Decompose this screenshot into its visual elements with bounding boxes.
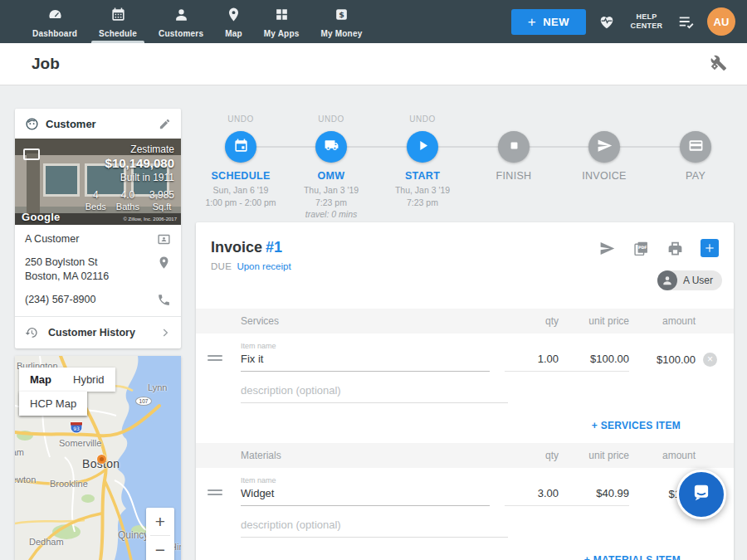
schedule-step-button[interactable]	[225, 131, 256, 163]
materials-section-header: Materials qty unit price amount	[196, 443, 734, 468]
job-location-marker[interactable]	[97, 455, 106, 464]
map-type-hybrid-button[interactable]: Hybrid	[62, 368, 115, 392]
service-description-input[interactable]	[241, 384, 508, 403]
finish-step-button[interactable]	[498, 131, 530, 163]
nav-item-schedule[interactable]: Schedule	[88, 0, 148, 43]
property-photo[interactable]: Zestimate $10,149,080 Built in 1911 4Bed…	[15, 139, 181, 225]
invoice-number[interactable]: #1	[266, 239, 282, 256]
customer-history-row[interactable]: Customer History	[15, 316, 181, 348]
add-materials-item-link[interactable]: + MATERIALS ITEM	[584, 554, 681, 560]
service-item-name-input[interactable]	[241, 353, 490, 372]
step-label: SCHEDULE	[193, 170, 289, 182]
invoice-step-button[interactable]	[588, 131, 620, 163]
person-icon	[173, 7, 189, 26]
map-label-lynn: Lynn	[148, 382, 167, 392]
send-invoice-icon[interactable]	[598, 240, 616, 257]
nav-item-dashboard[interactable]: Dashboard	[22, 0, 88, 43]
due-value-link[interactable]: Upon receipt	[237, 261, 290, 271]
phone-icon[interactable]	[157, 293, 171, 307]
edit-pencil-icon[interactable]	[159, 118, 171, 130]
step-label: START	[374, 170, 471, 182]
user-avatar[interactable]: AU	[707, 7, 735, 36]
map-type-hcp-button[interactable]: HCP Map	[19, 392, 87, 416]
add-services-item-link[interactable]: + SERVICES ITEM	[592, 420, 681, 431]
material-unit-price-input[interactable]	[559, 487, 629, 506]
customer-name: A Customer	[25, 232, 79, 246]
assignee-chip[interactable]: A User	[657, 270, 722, 290]
map-type-map-button[interactable]: Map	[19, 368, 62, 392]
remove-item-icon[interactable]: ×	[703, 353, 717, 367]
nav-item-my-apps[interactable]: My Apps	[253, 0, 310, 43]
pdf-icon[interactable]: PDF	[632, 240, 650, 257]
invoice-due-line: DUE Upon receipt	[211, 261, 719, 271]
page-header: Job	[0, 43, 747, 85]
undo-spacer	[556, 114, 652, 126]
zestimate-label: Zestimate	[105, 144, 174, 155]
calendar-icon	[110, 7, 126, 26]
customer-name-row: A Customer	[15, 225, 181, 248]
nav-item-label: Dashboard	[32, 29, 77, 38]
send-icon	[597, 138, 613, 157]
start-step-button[interactable]	[407, 131, 438, 163]
heart-pulse-icon[interactable]	[598, 12, 616, 31]
nav-items: Dashboard Schedule Customers Map My Apps…	[0, 0, 373, 43]
section-name: Services	[241, 315, 505, 327]
zoom-in-button[interactable]: +	[146, 508, 174, 535]
customer-card-header: Customer	[15, 109, 181, 139]
service-qty-input[interactable]	[505, 353, 559, 372]
chat-bubble-button[interactable]	[676, 470, 726, 519]
drag-handle-icon[interactable]	[208, 487, 222, 498]
nav-right: +NEW HELP CENTER AU	[511, 0, 747, 43]
map-type-buttons: Map Hybrid HCP Map	[19, 368, 115, 416]
unit-price-column-header: unit price	[559, 450, 629, 461]
built-year: Built in 1911	[105, 172, 174, 183]
step-start: UNDO START Thu, Jan 3 '197:23 pm	[374, 114, 471, 208]
customer-card-title: Customer	[46, 118, 96, 130]
dollar-icon: $	[334, 7, 349, 26]
zillow-copyright: © Zillow, Inc. 2006-2017	[124, 217, 177, 222]
nav-item-label: Customers	[159, 29, 203, 38]
assignee-avatar-icon	[657, 270, 677, 290]
location-pin-icon[interactable]	[157, 256, 171, 270]
job-tools-icon[interactable]	[710, 54, 727, 75]
qty-column-header: qty	[505, 450, 559, 461]
step-schedule: UNDO SCHEDULE Sun, Jan 6 '191:00 pm - 2:…	[193, 114, 289, 208]
step-label: INVOICE	[556, 170, 652, 182]
customer-address: 250 Boylston StBoston, MA 02116	[25, 256, 109, 284]
undo-omw-link[interactable]: UNDO	[283, 114, 379, 126]
drag-handle-icon[interactable]	[208, 353, 222, 363]
undo-start-link[interactable]: UNDO	[374, 114, 471, 126]
material-qty-input[interactable]	[505, 487, 559, 506]
stat-baths: 4.0Baths	[116, 189, 139, 212]
material-item-name-input[interactable]	[241, 487, 490, 506]
nav-item-map[interactable]: Map	[214, 0, 253, 43]
page-title: Job	[32, 55, 60, 73]
new-button[interactable]: +NEW	[511, 9, 586, 35]
play-icon	[415, 138, 431, 157]
nav-item-my-money[interactable]: $ My Money	[310, 0, 373, 43]
step-omw: UNDO OMW Thu, Jan 3 '197:23 pmtravel: 0 …	[283, 114, 379, 221]
step-pay: PAY	[647, 114, 744, 182]
grid-icon	[274, 7, 290, 26]
customer-card: Customer Zestimate $10,149,080 Built in …	[15, 109, 181, 348]
new-button-label: NEW	[543, 16, 569, 28]
undo-spacer	[466, 114, 562, 126]
add-invoice-button[interactable]	[701, 239, 719, 257]
pay-step-button[interactable]	[680, 131, 711, 163]
help-center-link[interactable]: HELP CENTER	[627, 12, 666, 32]
step-detail: Thu, Jan 3 '197:23 pmtravel: 0 mins	[283, 184, 379, 221]
service-unit-price-input[interactable]	[559, 353, 629, 372]
omw-step-button[interactable]	[315, 131, 347, 163]
svg-text:$: $	[339, 10, 344, 19]
zoom-out-button[interactable]: −	[146, 536, 174, 560]
invoice-title: Invoice	[211, 239, 262, 256]
nav-item-label: Map	[225, 29, 242, 38]
undo-schedule-link[interactable]: UNDO	[193, 114, 289, 126]
print-icon[interactable]	[666, 240, 684, 257]
task-list-check-icon[interactable]	[677, 12, 696, 31]
nav-item-customers[interactable]: Customers	[148, 0, 214, 43]
street-view-icon[interactable]	[23, 149, 40, 160]
contact-card-icon[interactable]	[157, 232, 171, 246]
amount-column-header: amount	[629, 450, 696, 461]
material-description-input[interactable]	[241, 519, 508, 538]
